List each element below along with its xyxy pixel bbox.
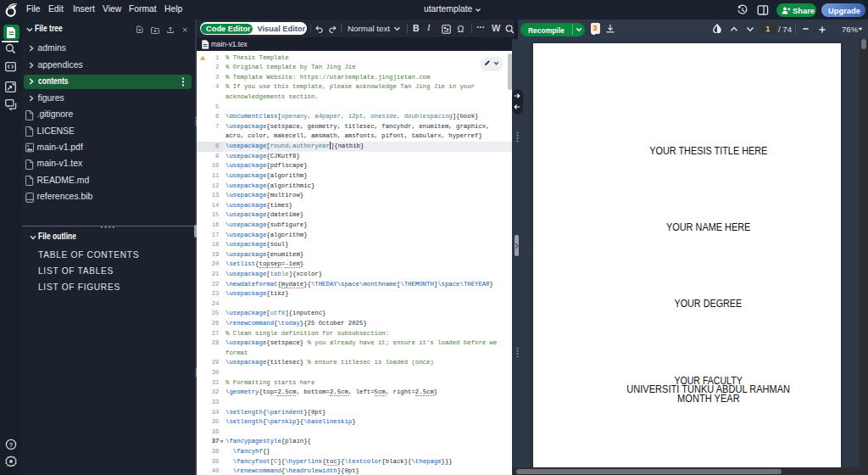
svg-text:?: ? xyxy=(8,440,13,448)
svg-text:Ω: Ω xyxy=(458,24,465,34)
